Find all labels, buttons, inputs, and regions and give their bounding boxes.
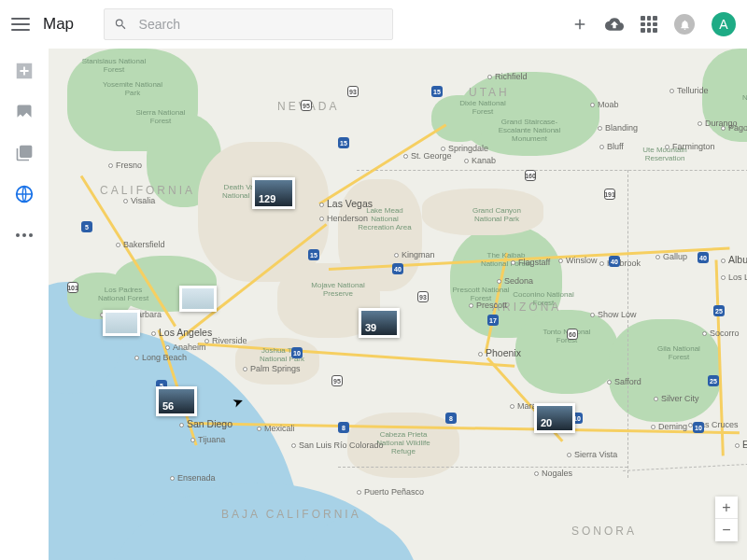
photo-cluster-pin[interactable]: 129 (252, 177, 295, 209)
city-label[interactable]: Puerto Peñasco (357, 487, 424, 497)
photo-cluster-pin[interactable]: 56 (156, 386, 197, 416)
zoom-out-button[interactable]: − (715, 519, 738, 541)
region-label: UTAH (469, 86, 510, 99)
city-label[interactable]: Tijuana (190, 435, 225, 444)
park-label: Joshua Tree National Park (249, 347, 315, 364)
region-label: SONORA (571, 525, 637, 538)
sidebar (0, 49, 49, 560)
map-viewport[interactable]: CALIFORNIANEVADAUTAHARIZONASONORABAJA CA… (49, 49, 747, 560)
park-label: Yosemite National Park (100, 81, 165, 98)
photo-cluster-pin[interactable] (103, 310, 140, 336)
city-label[interactable]: Mexicali (257, 424, 295, 433)
route-shield: 95 (331, 375, 343, 386)
search-input[interactable] (139, 17, 383, 32)
city-label[interactable]: Nogales (534, 469, 572, 478)
photo-cluster-pin[interactable]: 20 (534, 403, 575, 433)
menu-icon[interactable] (11, 18, 30, 31)
city-label[interactable]: Prescott (469, 301, 507, 310)
page-title: Map (43, 15, 74, 34)
city-label[interactable]: Gallup (655, 252, 687, 261)
search-box[interactable] (104, 8, 393, 40)
city-label[interactable]: Holbrook (599, 259, 641, 268)
route-shield: 10 (291, 347, 303, 358)
zoom-in-button[interactable]: + (715, 497, 738, 519)
city-label[interactable]: Deming (651, 422, 687, 431)
route-shield: 93 (347, 86, 359, 97)
route-shield: 15 (308, 249, 319, 260)
city-label[interactable]: Telluride (669, 86, 709, 95)
city-label[interactable]: Bakersfield (116, 240, 165, 249)
avatar[interactable]: A (712, 12, 736, 36)
notifications-icon[interactable] (674, 14, 695, 35)
route-shield: 101 (67, 282, 78, 293)
route-shield: 25 (708, 375, 719, 386)
route-shield: 15 (431, 86, 443, 97)
city-label[interactable]: Richfield (487, 72, 528, 81)
city-label[interactable]: Springdale (441, 144, 488, 153)
city-label[interactable]: Socorro (702, 329, 740, 338)
route-shield: 8 (338, 422, 349, 433)
city-label[interactable]: Palm Springs (243, 364, 301, 373)
city-label[interactable]: Riverside (204, 336, 247, 345)
city-label[interactable]: Sierra Vista (567, 450, 617, 459)
city-label[interactable]: Farmington (665, 142, 715, 151)
city-label[interactable]: Henderson (319, 214, 368, 223)
header-bar: Map A (0, 0, 747, 49)
city-label[interactable]: Visalia (123, 196, 155, 205)
city-label[interactable]: Winslow (558, 256, 598, 265)
city-label[interactable]: Bluff (599, 142, 624, 151)
route-shield: 40 (392, 263, 403, 274)
region-label: CALIFORNIA (100, 184, 195, 197)
city-label[interactable]: Kingman (394, 250, 435, 259)
upload-icon[interactable] (605, 15, 624, 34)
apps-icon[interactable] (641, 16, 657, 33)
sidebar-collections-icon[interactable] (13, 142, 35, 164)
park-label: Grand Staircase-Escalante National Monum… (497, 119, 562, 143)
city-label[interactable]: Anaheim (165, 343, 206, 352)
photo-cluster-pin[interactable] (179, 286, 217, 312)
city-label[interactable]: Los Lunas (721, 273, 747, 282)
route-shield: 93 (417, 291, 429, 302)
route-shield: 160 (525, 170, 536, 181)
region-label: BAJA CALIFORNIA (221, 508, 361, 521)
city-label[interactable]: San Luis Río Colorado (291, 441, 384, 450)
city-label[interactable]: San Diego (179, 418, 233, 429)
route-shield: 8 (445, 413, 457, 424)
route-shield: 191 (604, 189, 615, 200)
city-label[interactable]: El Paso (735, 439, 747, 450)
park-label: Dixie National Forest (450, 100, 515, 117)
city-label[interactable]: Albuquerque (721, 254, 747, 265)
city-label[interactable]: Fresno (108, 161, 142, 170)
park-label: Coconino National Forest (511, 291, 576, 308)
park-label: Grand Canyon National Park (464, 207, 529, 224)
map-canvas[interactable]: CALIFORNIANEVADAUTAHARIZONASONORABAJA CA… (49, 49, 747, 560)
search-icon (114, 17, 128, 32)
city-label[interactable]: Kanab (464, 156, 496, 165)
city-label[interactable]: Flagstaff (511, 258, 550, 267)
park-label: Gila National Forest (646, 345, 712, 362)
city-label[interactable]: Blanding (598, 123, 638, 133)
park-label: Stanislaus National Forest (81, 58, 147, 75)
route-shield: 5 (81, 221, 92, 232)
city-label[interactable]: Los Angeles (151, 327, 212, 338)
city-label[interactable]: Silver City (654, 394, 699, 403)
city-label[interactable]: Long Beach (134, 353, 187, 362)
sidebar-explore-icon[interactable] (13, 183, 35, 205)
city-label[interactable]: Pagosa Springs (721, 123, 747, 133)
sidebar-add-icon[interactable] (13, 60, 35, 82)
city-label[interactable]: Moab (590, 100, 619, 109)
city-label[interactable]: Sedona (497, 276, 533, 286)
add-button[interactable] (571, 16, 588, 33)
city-label[interactable]: Show Low (590, 310, 637, 319)
city-label[interactable]: Ensenada (170, 473, 216, 483)
route-shield: 25 (713, 305, 725, 316)
photo-cluster-pin[interactable]: 39 (359, 308, 400, 338)
city-label[interactable]: Las Vegas (319, 198, 373, 209)
sidebar-more-icon[interactable] (13, 224, 35, 246)
park-label: Mojave National Preserve (305, 282, 371, 299)
park-label: Rio Grande National Forest (735, 86, 747, 103)
sidebar-image-icon[interactable] (13, 101, 35, 123)
city-label[interactable]: Phoenix (478, 347, 521, 358)
city-label[interactable]: Safford (607, 377, 641, 386)
route-shield: 15 (338, 137, 349, 148)
